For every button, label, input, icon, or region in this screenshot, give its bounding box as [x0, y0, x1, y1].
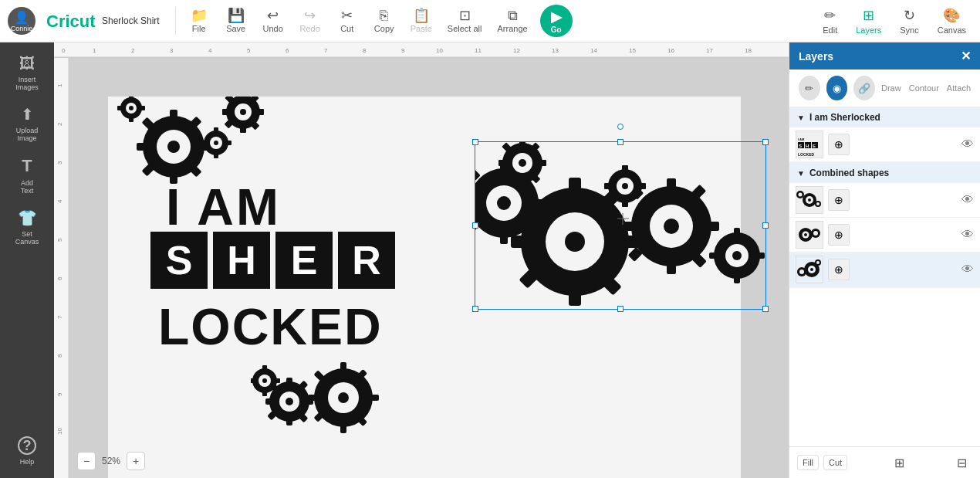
group-button[interactable]: ⊞: [888, 452, 910, 473]
svg-point-81: [286, 398, 293, 405]
undo-button[interactable]: ↩ Undo: [256, 5, 290, 36]
svg-text:2: 2: [56, 122, 63, 126]
layer-group-combined-shapes: ▼ Combined shapes: [789, 163, 980, 288]
canvas-area[interactable]: 0 1 2 3 4 5 6 7 8 9 10 11 12 13 14 15 16…: [54, 42, 789, 478]
layers-content: ▼ I am Sherlocked I AM S H E: [789, 107, 980, 446]
contour-tool-button[interactable]: ◉: [826, 76, 848, 100]
svg-text:17: 17: [706, 47, 713, 54]
svg-text:S: S: [799, 144, 802, 148]
svg-text:14: 14: [590, 47, 597, 54]
svg-rect-100: [569, 178, 581, 193]
svg-rect-147: [709, 253, 717, 259]
zoom-bar: − 52% +: [77, 452, 145, 470]
sidebar-item-set-canvas[interactable]: 👕 SetCanvas: [4, 202, 50, 252]
layer-visibility-sherlocked[interactable]: 👁: [961, 137, 974, 151]
layers-icon: ⊞: [863, 7, 874, 24]
sidebar-item-label-canvas: SetCanvas: [15, 230, 39, 246]
svg-text:3: 3: [170, 47, 174, 54]
svg-rect-48: [257, 109, 264, 115]
svg-point-177: [804, 233, 807, 236]
svg-point-92: [262, 378, 267, 383]
cricut-logo: Cricut: [45, 9, 99, 32]
redo-button[interactable]: ↪ Redo: [293, 5, 327, 36]
svg-text:4: 4: [208, 47, 212, 54]
svg-point-121: [519, 159, 526, 167]
redo-icon: ↪: [304, 8, 316, 22]
main-area: 🖼 InsertImages ⬆ UploadImage T AddText 👕…: [0, 42, 980, 478]
layer-icon-shape-3: ⊕: [828, 259, 850, 280]
svg-text:1: 1: [93, 47, 96, 54]
sidebar-item-upload-image[interactable]: ⬆ UploadImage: [4, 99, 50, 148]
sync-label: Sync: [900, 25, 918, 35]
svg-rect-144: [734, 228, 740, 236]
layer-visibility-shape-3[interactable]: 👁: [961, 263, 974, 276]
sidebar-item-help[interactable]: ? Help: [4, 430, 50, 472]
svg-rect-136: [623, 222, 635, 231]
layer-item-shape-1[interactable]: ⊕ 👁: [789, 183, 980, 218]
gears-selection-group[interactable]: [475, 141, 766, 310]
cut-footer-button[interactable]: Cut: [823, 455, 847, 470]
sidebar-item-add-text[interactable]: T AddText: [4, 150, 50, 201]
arrange-button[interactable]: ⧉ Arrange: [491, 5, 533, 36]
file-button[interactable]: 📁 File: [182, 5, 216, 36]
layer-item-shape-3[interactable]: ⊕ 👁: [789, 253, 980, 287]
save-button[interactable]: 💾 Save: [219, 5, 253, 36]
svg-rect-64: [129, 97, 133, 100]
sidebar-item-insert-images[interactable]: 🖼 InsertImages: [4, 49, 50, 97]
user-avatar[interactable]: 👤 Connie: [8, 7, 35, 35]
toolbar-right: ✏ Edit ⊞ Layers ↻ Sync 🎨 Canvas: [816, 4, 972, 38]
paste-button[interactable]: 📋 Paste: [404, 5, 438, 36]
svg-rect-103: [511, 236, 526, 248]
canvas-button[interactable]: 🎨 Canvas: [931, 4, 972, 38]
svg-rect-46: [240, 97, 246, 98]
copy-button[interactable]: ⎘ Copy: [367, 5, 401, 36]
gears-bottom-center: [251, 359, 405, 436]
edit-button[interactable]: ✏ Edit: [816, 4, 843, 38]
svg-rect-57: [214, 127, 218, 133]
svg-point-45: [240, 109, 246, 115]
svg-point-63: [129, 106, 133, 110]
zoom-in-button[interactable]: +: [127, 452, 145, 470]
svg-rect-83: [286, 418, 292, 425]
ruler-left: 1 2 3 4 5 6 7 8 9 10: [54, 58, 69, 478]
sync-button[interactable]: ↻ Sync: [894, 4, 924, 38]
canvas-white[interactable]: I AM S H E R LOCKED: [108, 97, 741, 478]
layer-group-header-combined[interactable]: ▼ Combined shapes: [789, 163, 980, 183]
ungroup-button[interactable]: ⊟: [951, 452, 972, 473]
sidebar-item-label-help: Help: [20, 458, 35, 466]
left-sidebar: 🖼 InsertImages ⬆ UploadImage T AddText 👕…: [0, 42, 54, 478]
layer-icon-sherlocked: ⊕: [828, 134, 850, 155]
cut-button[interactable]: ✂ Cut: [330, 5, 364, 36]
fill-button[interactable]: Fill: [797, 455, 819, 470]
layer-item-shape-2[interactable]: ⊕ 👁: [789, 218, 980, 253]
layer-group-header-sherlocked[interactable]: ▼ I am Sherlocked: [789, 107, 980, 127]
zoom-level: 52%: [99, 456, 123, 466]
layers-button[interactable]: ⊞ Layers: [850, 4, 887, 38]
help-icon: ?: [18, 436, 36, 455]
layer-item-sherlocked[interactable]: I AM S H E LOCKED ⊕ 👁: [789, 127, 980, 162]
layer-visibility-shape-2[interactable]: 👁: [961, 228, 974, 242]
svg-rect-113: [535, 199, 545, 207]
handle-rotate[interactable]: [617, 124, 623, 130]
svg-text:3: 3: [56, 161, 63, 164]
svg-rect-72: [340, 424, 346, 433]
draw-label: Draw: [881, 83, 901, 93]
layers-tools: ✏ ◉ 🔗 Draw Contour Attach: [789, 69, 980, 107]
sidebar-item-label-insert: InsertImages: [15, 76, 39, 91]
zoom-out-button[interactable]: −: [77, 452, 96, 470]
draw-tool-button[interactable]: ✏: [799, 76, 820, 100]
select-all-button[interactable]: ⊡ Select all: [441, 5, 488, 36]
svg-text:18: 18: [745, 47, 752, 54]
layers-close-button[interactable]: ✕: [961, 49, 971, 63]
svg-point-99: [565, 232, 585, 252]
go-button[interactable]: ▶ Go: [540, 5, 573, 37]
insert-images-icon: 🖼: [19, 55, 35, 73]
svg-point-187: [816, 261, 819, 264]
paste-icon: 📋: [413, 8, 430, 22]
attach-tool-button[interactable]: 🔗: [853, 76, 875, 100]
layer-visibility-shape-1[interactable]: 👁: [961, 193, 974, 207]
group-arrow-combined: ▼: [797, 169, 805, 178]
layer-thumb-sherlocked: I AM S H E LOCKED: [796, 131, 823, 158]
svg-text:5: 5: [247, 47, 251, 54]
canvas-label: Canvas: [938, 25, 966, 35]
